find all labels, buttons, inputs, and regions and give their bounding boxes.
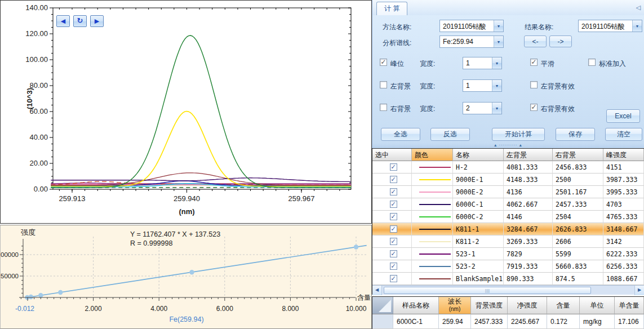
- left-background-checkbox[interactable]: [380, 81, 387, 88]
- right-background-checkbox[interactable]: [380, 104, 387, 111]
- column-label: 背景强度: [476, 302, 503, 309]
- calibration-point: [38, 293, 43, 297]
- collapse-panel-icon[interactable]: ◁: [636, 4, 641, 11]
- table-row[interactable]: 6000C-2414625044765.333: [372, 211, 644, 223]
- chevron-down-icon[interactable]: ▼: [492, 80, 501, 91]
- color-swatch-cell: [412, 260, 453, 273]
- left-bg-width-combobox[interactable]: 1 ▼: [463, 79, 502, 92]
- row-checkbox[interactable]: [390, 176, 397, 183]
- col-single-content[interactable]: 单含量: [615, 297, 644, 314]
- chevron-down-icon[interactable]: ▼: [492, 103, 501, 114]
- cell-peak: 4765.333: [603, 211, 644, 223]
- table-row[interactable]: 6000C-14062.6672457.3334703: [372, 198, 644, 211]
- row-checkbox[interactable]: [390, 201, 397, 208]
- col-name[interactable]: 名称: [453, 149, 504, 161]
- scrollbar-thumb[interactable]: [384, 287, 591, 294]
- col-right-bg[interactable]: 右背景: [553, 149, 603, 161]
- clear-button[interactable]: 清空: [605, 128, 642, 141]
- col-peak[interactable]: 峰强度: [603, 149, 644, 161]
- row-checkbox-cell: [372, 273, 412, 285]
- row-checkbox[interactable]: [390, 213, 397, 220]
- table-row[interactable]: K811-23269.33326063142: [372, 235, 644, 248]
- col-wavelength[interactable]: 波长(nm): [439, 297, 471, 314]
- row-checkbox[interactable]: [390, 238, 397, 245]
- invert-selection-button[interactable]: 反选: [430, 128, 470, 141]
- cell-name: BlankSample1: [453, 273, 504, 285]
- chevron-down-icon[interactable]: ▼: [494, 20, 503, 32]
- cell-name: 9000E-1: [453, 174, 504, 186]
- row-checkbox-cell: [372, 235, 412, 248]
- start-calculation-button[interactable]: 开始计算: [492, 128, 545, 141]
- row-checkbox[interactable]: [390, 163, 397, 171]
- cell-name: 9000E-2: [453, 186, 504, 198]
- y-tick-label: 100.00: [25, 55, 48, 64]
- chevron-down-icon[interactable]: ▼: [632, 20, 642, 32]
- right-bg-width-combobox[interactable]: 2 ▼: [463, 102, 502, 114]
- col-bg-intensity[interactable]: 背景强度: [471, 297, 508, 314]
- app-window: 0.0020.0040.0060.0080.00100.00120.00140.…: [0, 0, 644, 329]
- splitter-handle[interactable]: ▴ ········· ▴: [372, 143, 644, 148]
- sample-cell: 2245.667: [508, 314, 547, 329]
- cell-value: H-2: [456, 163, 468, 171]
- smooth-checkbox[interactable]: [530, 59, 538, 66]
- cell-value: 3284.667: [507, 225, 538, 233]
- col-content[interactable]: 含量: [547, 297, 580, 314]
- calculation-form: 方法名称: 20191105钴酸 ▼ 结果名称: 20191105钴酸 ▼ 分析…: [372, 15, 644, 143]
- cell-name: 6000C-2: [453, 211, 504, 223]
- cell-right-bg: 5599: [553, 248, 603, 260]
- excel-export-button[interactable]: Excel: [606, 109, 640, 123]
- cell-peak: 6222.333: [603, 248, 644, 260]
- next-spectrum-button[interactable]: ▶: [90, 15, 104, 27]
- select-all-corner-cell[interactable]: [372, 297, 393, 314]
- row-checkbox[interactable]: [390, 225, 397, 233]
- peak-checkbox[interactable]: [380, 59, 387, 66]
- col-unit[interactable]: 单位: [580, 297, 615, 314]
- color-swatch-cell: [412, 174, 453, 186]
- sample-row[interactable]: 6000C-1259.942457.3332245.6670.172mg/kg1…: [372, 314, 644, 329]
- method-name-combobox[interactable]: 20191105钴酸 ▼: [439, 20, 504, 32]
- prev-spectrum-button[interactable]: ◀: [56, 15, 70, 27]
- cell-value: 4703: [606, 201, 622, 208]
- row-checkbox[interactable]: [390, 263, 397, 270]
- table-row[interactable]: K811-13284.6672626.8333148.667: [372, 223, 644, 235]
- previous-line-button[interactable]: <-: [524, 35, 547, 47]
- col-sample-name[interactable]: 样品名称: [393, 297, 439, 314]
- result-name-combobox[interactable]: 20191105钴酸 ▼: [578, 20, 642, 32]
- save-button[interactable]: 保存: [556, 128, 595, 141]
- left-bg-valid-checkbox[interactable]: [530, 81, 538, 88]
- chevron-down-icon[interactable]: ▼: [492, 57, 501, 69]
- horizontal-scrollbar[interactable]: ◀▶: [372, 285, 644, 295]
- width-label: 宽度:: [420, 104, 435, 114]
- scroll-right-icon[interactable]: ▶: [634, 286, 644, 295]
- series-color-line: [419, 167, 451, 168]
- next-line-button[interactable]: ->: [549, 35, 572, 47]
- table-row[interactable]: 9000E-241362501.1673995.333: [372, 186, 644, 198]
- chevron-down-icon[interactable]: ▼: [494, 36, 503, 47]
- table-row[interactable]: H-24081.3332456.8334151: [372, 161, 644, 174]
- row-checkbox[interactable]: [390, 275, 397, 282]
- row-checkbox[interactable]: [390, 188, 397, 195]
- cell-right-bg: 2456.833: [553, 161, 603, 174]
- row-checkbox[interactable]: [390, 250, 397, 257]
- table-row[interactable]: 9000E-14148.33325003987.333: [372, 174, 644, 186]
- row-header-cell[interactable]: [372, 314, 393, 329]
- right-bg-valid-checkbox[interactable]: [530, 104, 538, 111]
- select-all-button[interactable]: 全选: [381, 128, 420, 141]
- table-row[interactable]: 523-1782955996222.333: [372, 248, 644, 260]
- peak-width-combobox[interactable]: 1 ▼: [463, 57, 502, 69]
- scroll-left-icon[interactable]: ◀: [372, 286, 382, 295]
- tab-calculate[interactable]: 计 算: [376, 2, 407, 16]
- col-net-intensity[interactable]: 净强度: [508, 297, 547, 314]
- results-table-header: 选中颜色名称左背景右背景峰强度: [372, 149, 644, 161]
- col-selected[interactable]: 选中: [372, 149, 412, 161]
- series-color-line: [419, 204, 451, 205]
- col-color[interactable]: 颜色: [412, 149, 453, 161]
- table-row[interactable]: BlankSample1890.333874.51088.667: [372, 273, 644, 285]
- standard-addition-checkbox[interactable]: [588, 59, 596, 66]
- refresh-icon[interactable]: ↻: [73, 15, 87, 27]
- analysis-line-combobox[interactable]: Fe:259.94 ▼: [439, 35, 504, 48]
- y-tick-label: 50000: [1, 273, 19, 279]
- table-row[interactable]: 523-27919.3335660.8336256.333: [372, 260, 644, 273]
- col-left-bg[interactable]: 左背景: [504, 149, 553, 161]
- column-label: 单含量: [619, 302, 639, 309]
